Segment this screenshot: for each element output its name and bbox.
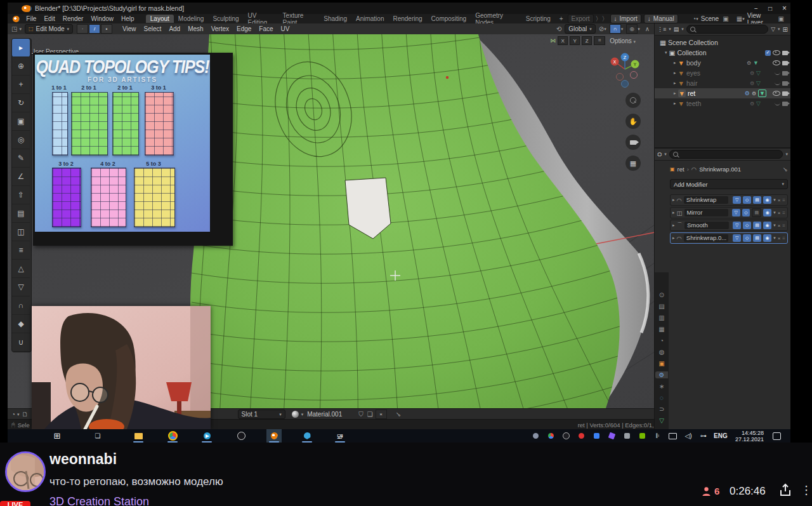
toggle-render-icon[interactable]: ◉ [763,196,771,204]
properties-tab-0[interactable]: ⊙ [657,291,667,298]
clock-app-icon[interactable] [233,429,249,443]
tool-button-2[interactable]: + [12,76,30,94]
tool-button-12[interactable]: △ [12,260,30,278]
toggle-editmode-icon[interactable]: ▽ [733,196,741,204]
properties-tab-2[interactable]: ▥ [657,314,667,321]
properties-tab-11[interactable]: ▽ [657,417,667,424]
language-indicator[interactable]: ENG [711,429,730,443]
blender-menu-logo-icon[interactable] [13,16,20,22]
close-icon[interactable]: × [782,4,787,13]
unlink-close-icon[interactable]: × [376,409,387,419]
mic-icon[interactable]: 𝄆 [650,429,665,443]
toggle-cage-icon[interactable]: ◇ [742,209,750,216]
scene-selector[interactable]: Scene [701,15,719,22]
menu-select[interactable]: Select [140,25,166,32]
menu-edge[interactable]: Edge [233,25,255,32]
toggle-realtime-icon[interactable]: ▤ [753,234,761,242]
tray-discord-icon[interactable] [574,429,589,443]
snap-target-icon[interactable]: ⊘ [599,25,604,32]
outliner-row-scene-collection[interactable]: ▦ Scene Collection [655,37,790,48]
tool-button-13[interactable]: ▽ [12,278,30,296]
pan-hand-icon[interactable]: ✋ [625,114,641,129]
modifier-row-shrinkwrap-001[interactable]: ▸◠ Shrinkwrap.0... ▽◇▤◉ ▾×≡ [670,232,788,244]
remove-modifier-icon[interactable]: × [778,223,781,229]
pin-icon[interactable]: ⊸ [781,164,789,173]
drag-handle-icon[interactable]: ≡ [782,197,785,203]
material-slot-selector[interactable]: Slot 1▾ [238,409,285,419]
camera-visibility-icon[interactable] [782,51,788,55]
outliner-mode-icon[interactable]: ▤ [674,26,679,32]
mirror-x-button[interactable]: X [558,36,568,45]
material-sphere-icon[interactable] [292,411,299,418]
channel-avatar[interactable] [5,451,46,492]
properties-tab-9[interactable]: ◌ [657,394,667,401]
toggle-realtime-icon[interactable]: ▤ [753,222,761,229]
remove-modifier-icon[interactable]: × [778,210,781,216]
ortho-toggle-icon[interactable]: ▦ [625,156,641,171]
toggle-realtime-icon[interactable]: ▤ [752,208,761,217]
outliner-row-collection[interactable]: ▾ ▣ Collection ✓ [655,48,790,58]
add-modifier-button[interactable]: Add Modifier▾ [670,179,788,189]
navigation-gizmo[interactable]: X Y Z [606,51,643,88]
tray-drive-icon[interactable] [620,429,635,443]
tray-app2-icon[interactable] [605,429,620,443]
tab-workspace-rendering[interactable]: Rendering [388,15,426,23]
orientation-selector[interactable]: Global▾ [565,24,595,34]
maximize-icon[interactable]: □ [768,5,772,12]
breadcrumb-modifier[interactable]: Shrinkwrap.001 [699,166,741,173]
properties-tab-10[interactable]: ⊃ [657,406,667,413]
snap-settings-icon[interactable]: ⌗ [594,36,605,45]
menu-face[interactable]: Face [255,25,277,32]
menu-render[interactable]: Render [59,15,88,23]
toggle-editmode-icon[interactable]: ▽ [733,222,741,229]
eye-open-icon[interactable] [773,50,780,55]
drag-handle-icon[interactable]: ≡ [782,236,785,241]
properties-tab-6[interactable]: ▣ [657,360,667,367]
tray-chrome-icon[interactable] [544,429,559,443]
tool-button-14[interactable]: ∩ [12,296,30,315]
outliner-row-body[interactable]: ▸ ▼ body ⚙ ▼ [655,58,790,68]
tab-workspace-layout[interactable]: Layout [146,15,174,23]
material-name[interactable]: Material.001 [307,411,342,418]
tab-workspace-shading[interactable]: Shading [319,15,351,23]
tab-workspace-scripting[interactable]: Scripting [521,15,555,23]
key-icon[interactable]: ⊶ [696,429,711,443]
properties-tab-8[interactable]: ∗ [657,383,667,390]
tool-button-8[interactable]: ⇧ [12,186,30,204]
tool-button-3[interactable]: ↻ [12,94,30,112]
eye-closed-icon[interactable] [775,82,780,85]
properties-search-input[interactable] [669,150,783,159]
toggle-realtime-icon[interactable]: ▤ [753,196,761,204]
new-icon[interactable]: 🗋 [22,411,29,418]
eye-closed-icon[interactable] [775,72,780,75]
krita-icon[interactable] [299,429,315,443]
modifier-row-shrinkwrap[interactable]: ▸◠ Shrinkwrap ▽◇▤◉ ▾×≡ [670,194,788,206]
new-scene-icon[interactable]: ▣ [723,15,728,22]
editor-type-icon[interactable]: ◔ [11,411,15,418]
blender-taskbar-icon[interactable] [266,429,282,443]
camera-visibility-icon[interactable] [782,81,788,86]
drag-handle-icon[interactable]: ≡ [782,223,785,229]
camera-visibility-icon[interactable] [782,61,788,65]
vertex-select-mode-button[interactable]: · [77,24,88,34]
add-workspace-button[interactable]: + [555,15,568,23]
mirror-butterfly-icon[interactable]: ⋈ [550,37,556,44]
menu-add[interactable]: Add [165,25,184,32]
tool-button-9[interactable]: ▤ [12,204,30,223]
remove-modifier-icon[interactable]: × [778,236,781,241]
outliner-search-input[interactable] [686,25,768,34]
more-options-kebab[interactable]: ⋮ [801,483,812,497]
outliner-row-hair[interactable]: ▸ ▼ hair ⚙ ▽ [655,78,790,88]
options-dropdown[interactable]: Options ▾ [610,37,636,44]
editor-type-icon[interactable]: ◳ [11,25,17,32]
telegram-icon[interactable] [199,429,214,443]
menu-mesh[interactable]: Mesh [184,25,207,32]
tool-button-16[interactable]: ∪ [12,333,30,352]
tool-button-4[interactable]: ▣ [12,112,30,131]
tool-button-6[interactable]: ✎ [12,149,30,168]
tool-button-11[interactable]: ≡ [12,241,30,260]
proportional-falloff-icon[interactable]: ∧ [645,25,650,32]
toggle-cage-icon[interactable]: ◇ [743,222,751,229]
taskbar-clock[interactable]: 14:45:2827.12.2021 [735,430,764,443]
tool-button-1[interactable]: ⊕ [12,57,30,76]
